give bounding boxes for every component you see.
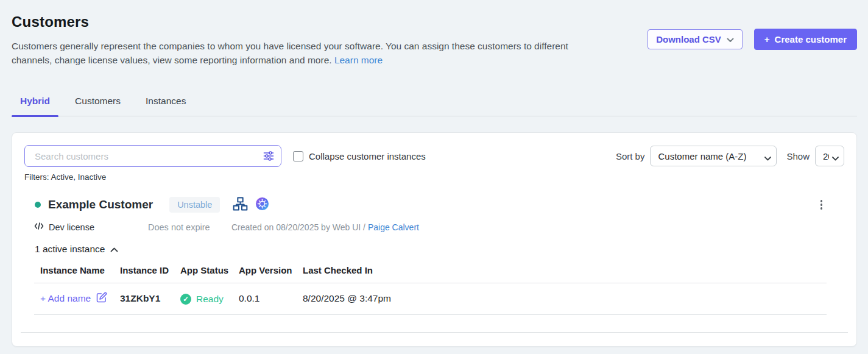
code-icon (34, 222, 44, 232)
license-type-label: Dev license (49, 222, 94, 232)
sort-select-wrap: Customer name (A-Z) (650, 146, 777, 166)
collapse-instances-checkbox[interactable] (293, 151, 303, 161)
status-ready-label: Ready (196, 294, 224, 305)
add-name-link[interactable]: + Add name (40, 292, 107, 305)
page-title: Customers (12, 13, 857, 30)
created-by-link[interactable]: Paige Calvert (368, 222, 419, 232)
download-csv-button[interactable]: Download CSV (647, 29, 743, 49)
sort-by-label: Sort by (616, 151, 645, 161)
col-header-instance-name: Instance Name (34, 265, 120, 275)
sort-select[interactable]: Customer name (A-Z) (650, 146, 777, 166)
col-header-app-version: App Version (239, 265, 303, 275)
customers-card: Collapse customer instances Sort by Cust… (12, 132, 857, 347)
col-header-instance-id: Instance ID (120, 265, 180, 275)
search-input[interactable] (24, 145, 281, 167)
show-label: Show (786, 151, 810, 161)
customers-page: Customers Customers generally represent … (0, 0, 868, 347)
instance-id-cell: 31ZKbY1 (120, 293, 180, 304)
customer-header-row: Example Customer Unstable (24, 195, 844, 214)
customer-kebab-menu[interactable] (818, 197, 825, 212)
tab-hybrid[interactable]: Hybrid (12, 96, 58, 116)
toolbar: Collapse customer instances Sort by Cust… (24, 145, 844, 167)
show-select-wrap: 20 (815, 146, 844, 166)
learn-more-link[interactable]: Learn more (334, 55, 383, 65)
card-bottom-divider (21, 332, 848, 333)
tab-instances[interactable]: Instances (137, 96, 194, 116)
chevron-up-icon (110, 244, 118, 255)
customer-channel-icons (233, 196, 269, 214)
license-type: Dev license (34, 222, 148, 232)
instance-table: Instance Name Instance ID App Status App… (34, 265, 827, 315)
active-filters-text: Filters: Active, Inactive (24, 172, 844, 182)
page-description: Customers generally represent the compan… (12, 40, 595, 67)
app-status-cell: ✓ Ready (180, 293, 239, 305)
instances-toggle[interactable]: 1 active instance (35, 244, 118, 255)
last-checked-in-cell: 8/20/2025 @ 3:47pm (303, 293, 827, 304)
kubernetes-icon (255, 197, 269, 213)
download-csv-label: Download CSV (656, 34, 721, 44)
col-header-app-status: App Status (180, 265, 239, 275)
plus-icon: + (764, 34, 770, 44)
instance-name-cell: + Add name (34, 292, 120, 305)
tab-customers[interactable]: Customers (66, 96, 129, 116)
create-customer-label: Create customer (775, 34, 847, 44)
add-name-label: + Add name (40, 293, 91, 304)
col-header-last-checked-in: Last Checked In (303, 265, 827, 275)
search-wrap (24, 145, 281, 167)
collapse-instances-label[interactable]: Collapse customer instances (309, 151, 426, 161)
status-ready: ✓ Ready (180, 294, 224, 305)
table-divider (34, 314, 827, 315)
sitemap-icon (233, 196, 248, 214)
status-badge: Unstable (169, 197, 220, 213)
instances-summary: 1 active instance (35, 244, 105, 255)
collapse-group: Collapse customer instances (293, 151, 426, 161)
table-row: + Add name 31ZKbY1 ✓ Ready (34, 283, 827, 314)
customer-name[interactable]: Example Customer (48, 198, 153, 211)
show-select[interactable]: 20 (815, 146, 844, 166)
check-circle-icon: ✓ (180, 294, 191, 305)
page-description-text: Customers generally represent the compan… (12, 41, 568, 65)
tab-bar: Hybrid Customers Instances (12, 96, 857, 116)
header-actions: Download CSV + Create customer (647, 29, 857, 50)
create-customer-button[interactable]: + Create customer (754, 29, 857, 50)
edit-icon (96, 292, 107, 305)
filter-sliders-icon[interactable] (263, 150, 275, 165)
license-row: Dev license Does not expire Created on 0… (34, 222, 844, 232)
created-text: Created on 08/20/2025 by Web UI / (231, 222, 365, 232)
license-expiry: Does not expire (148, 222, 231, 232)
created-info: Created on 08/20/2025 by Web UI / Paige … (231, 222, 419, 232)
chevron-down-icon (727, 34, 734, 44)
app-version-cell: 0.0.1 (239, 293, 303, 304)
toolbar-right: Sort by Customer name (A-Z) Show 20 (616, 146, 844, 166)
customer-active-dot (35, 202, 41, 208)
instance-table-header: Instance Name Instance ID App Status App… (34, 265, 827, 283)
